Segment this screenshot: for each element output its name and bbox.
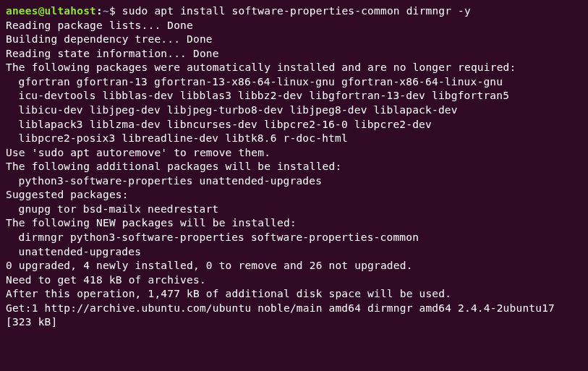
output-line: liblapack3 liblzma-dev libncurses-dev li… (6, 118, 582, 132)
output-line: Need to get 418 kB of archives. (6, 273, 582, 288)
output-line: The following additional packages will b… (6, 160, 582, 174)
output-line: Building dependency tree... Done (6, 33, 582, 47)
terminal-window[interactable]: anees@ultahost:~$ sudo apt install softw… (6, 4, 582, 330)
command-text: sudo apt install software-properties-com… (116, 5, 471, 17)
output-line: libpcre2-posix3 libreadline-dev libtk8.6… (6, 132, 582, 146)
prompt-path: ~ (103, 5, 109, 17)
output-line: libicu-dev libjpeg-dev libjpeg-turbo8-de… (6, 103, 582, 118)
output-line: icu-devtools libblas-dev libblas3 libbz2… (6, 89, 582, 103)
output-line: 0 upgraded, 4 newly installed, 0 to remo… (6, 259, 582, 273)
prompt-dollar: $ (109, 5, 116, 17)
output-line: gfortran gfortran-13 gfortran-13-x86-64-… (6, 75, 582, 90)
output-line: Reading state information... Done (6, 47, 582, 61)
output-line: gnupg tor bsd-mailx needrestart (6, 202, 582, 217)
output-line: python3-software-properties unattended-u… (6, 174, 582, 189)
output-line: The following NEW packages will be insta… (6, 216, 582, 231)
prompt-userhost: anees@ultahost (6, 5, 96, 17)
output-line: Get:1 http://archive.ubuntu.com/ubuntu n… (6, 302, 582, 330)
prompt-separator: : (96, 5, 103, 17)
prompt-line: anees@ultahost:~$ sudo apt install softw… (6, 4, 582, 19)
output-line: dirmngr python3-software-properties soft… (6, 231, 582, 245)
output-line: After this operation, 1,477 kB of additi… (6, 287, 582, 302)
output-line: The following packages were automaticall… (6, 61, 582, 75)
output-line: Suggested packages: (6, 188, 582, 202)
output-line: Use 'sudo apt autoremove' to remove them… (6, 146, 582, 161)
output-line: Reading package lists... Done (6, 19, 582, 33)
output-line: unattended-upgrades (6, 245, 582, 260)
